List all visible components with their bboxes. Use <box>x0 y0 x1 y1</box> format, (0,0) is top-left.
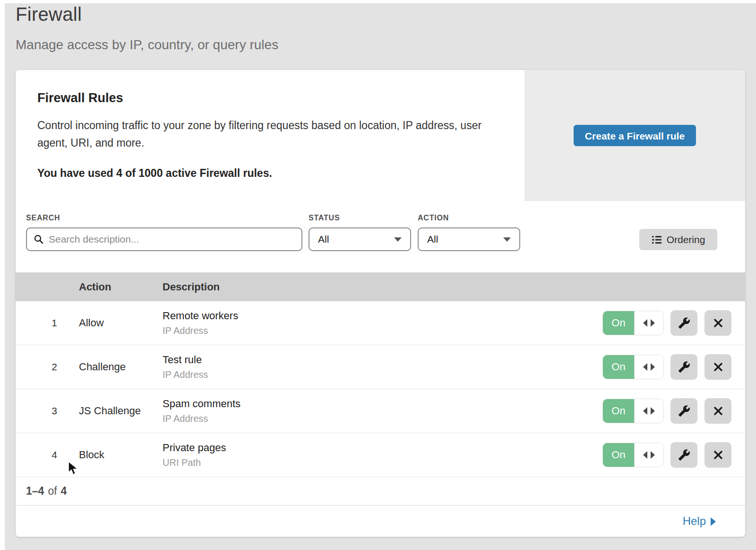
close-icon <box>713 361 724 373</box>
ordered-list-icon <box>652 235 662 245</box>
toggle-handle[interactable] <box>634 311 663 335</box>
search-label: SEARCH <box>26 214 60 222</box>
wrench-icon <box>678 405 690 417</box>
close-icon <box>713 405 724 417</box>
arrow-right-icon <box>651 363 655 371</box>
status-label: STATUS <box>309 214 340 222</box>
card-top-section: Firewall Rules Control incoming traffic … <box>16 70 745 201</box>
page-title: Firewall <box>16 4 278 25</box>
arrow-right-icon <box>651 407 655 415</box>
table-row: 2 Challenge Test rule IP Address On <box>16 345 745 389</box>
arrow-right-icon <box>651 319 655 327</box>
ordering-button-label: Ordering <box>667 234 705 245</box>
toggle-handle[interactable] <box>634 443 663 467</box>
card-heading: Firewall Rules <box>37 91 496 105</box>
delete-rule-button[interactable] <box>704 310 731 336</box>
close-icon <box>713 317 724 329</box>
card-info: Firewall Rules Control incoming traffic … <box>16 70 524 201</box>
rule-description: Remote workers <box>163 310 603 322</box>
action-select[interactable]: All <box>418 227 520 251</box>
pagination-of-label: of <box>48 485 57 498</box>
page-subtitle: Manage access by IP, country, or query r… <box>16 37 278 52</box>
rule-enabled-toggle[interactable]: On <box>603 443 663 467</box>
rule-description: Test rule <box>163 354 603 366</box>
pagination: 1–4 of 4 <box>16 477 745 506</box>
firewall-page: Firewall Manage access by IP, country, o… <box>0 0 756 550</box>
rule-action: Block <box>79 449 163 461</box>
rule-priority: 3 <box>16 405 57 417</box>
table-row: 4 Block Private pages URI Path On <box>16 433 745 477</box>
rule-controls: On <box>603 442 745 468</box>
toggle-on-label: On <box>603 443 634 467</box>
card-description: Control incoming traffic to your zone by… <box>37 117 486 152</box>
rule-match-type: URI Path <box>163 457 603 468</box>
action-label: ACTION <box>418 214 449 222</box>
rule-action: JS Challenge <box>79 405 163 417</box>
chevron-down-icon <box>503 237 511 242</box>
table-row: 1 Allow Remote workers IP Address On <box>16 301 745 345</box>
toggle-handle[interactable] <box>634 399 663 423</box>
action-selected-value: All <box>427 234 438 245</box>
usage-summary: You have used 4 of 1000 active Firewall … <box>37 167 496 180</box>
rule-match-type: IP Address <box>163 369 603 380</box>
arrow-left-icon <box>643 407 647 415</box>
toggle-on-label: On <box>603 399 634 423</box>
wrench-icon <box>678 361 690 373</box>
rule-description: Private pages <box>163 442 603 454</box>
action-column-header: Action <box>79 281 163 293</box>
rule-priority: 1 <box>16 317 57 329</box>
rule-enabled-toggle[interactable]: On <box>603 399 663 423</box>
arrow-right-icon <box>651 451 655 459</box>
close-icon <box>713 449 724 461</box>
toggle-handle[interactable] <box>634 355 663 379</box>
rule-action: Challenge <box>79 361 163 373</box>
create-rule-panel: Create a Firewall rule <box>524 70 745 201</box>
rule-controls: On <box>603 398 745 424</box>
rule-enabled-toggle[interactable]: On <box>603 311 663 335</box>
card-footer: Help <box>16 506 745 537</box>
rule-description: Spam comments <box>163 398 603 410</box>
search-input[interactable] <box>49 234 295 245</box>
wrench-icon <box>678 449 690 461</box>
pagination-range: 1–4 <box>26 485 44 498</box>
rule-match-type: IP Address <box>163 413 603 424</box>
table-row: 3 JS Challenge Spam comments IP Address … <box>16 389 745 433</box>
wrench-icon <box>678 317 690 329</box>
arrow-left-icon <box>643 319 647 327</box>
status-selected-value: All <box>318 234 329 245</box>
firewall-rules-card: Firewall Rules Control incoming traffic … <box>16 70 745 537</box>
rule-match-type: IP Address <box>163 325 603 336</box>
delete-rule-button[interactable] <box>704 398 731 424</box>
delete-rule-button[interactable] <box>704 354 731 380</box>
chevron-down-icon <box>394 237 402 242</box>
edit-rule-button[interactable] <box>670 354 697 380</box>
rule-controls: On <box>603 354 745 380</box>
page-header: Firewall Manage access by IP, country, o… <box>16 4 278 52</box>
create-firewall-rule-button[interactable]: Create a Firewall rule <box>574 125 696 146</box>
table-header: Action Description <box>16 272 745 301</box>
ordering-button[interactable]: Ordering <box>639 229 717 250</box>
edit-rule-button[interactable] <box>670 398 697 424</box>
delete-rule-button[interactable] <box>704 442 731 468</box>
status-select[interactable]: All <box>309 227 411 251</box>
arrow-right-icon <box>711 517 716 526</box>
help-label: Help <box>683 515 706 528</box>
arrow-left-icon <box>643 363 647 371</box>
rule-priority: 2 <box>16 361 57 373</box>
toggle-on-label: On <box>603 355 634 379</box>
toggle-on-label: On <box>603 311 634 335</box>
rule-enabled-toggle[interactable]: On <box>603 355 663 379</box>
rule-action: Allow <box>79 317 163 329</box>
search-icon <box>34 234 44 244</box>
edit-rule-button[interactable] <box>670 310 697 336</box>
description-column-header: Description <box>163 281 745 293</box>
rule-controls: On <box>603 310 745 336</box>
rule-priority: 4 <box>16 449 57 461</box>
edit-rule-button[interactable] <box>670 442 697 468</box>
pagination-total: 4 <box>61 485 67 498</box>
filter-bar: SEARCH STATUS All ACTION All <box>16 201 745 272</box>
help-link[interactable]: Help <box>683 515 716 528</box>
arrow-left-icon <box>643 451 647 459</box>
search-box <box>26 227 302 251</box>
